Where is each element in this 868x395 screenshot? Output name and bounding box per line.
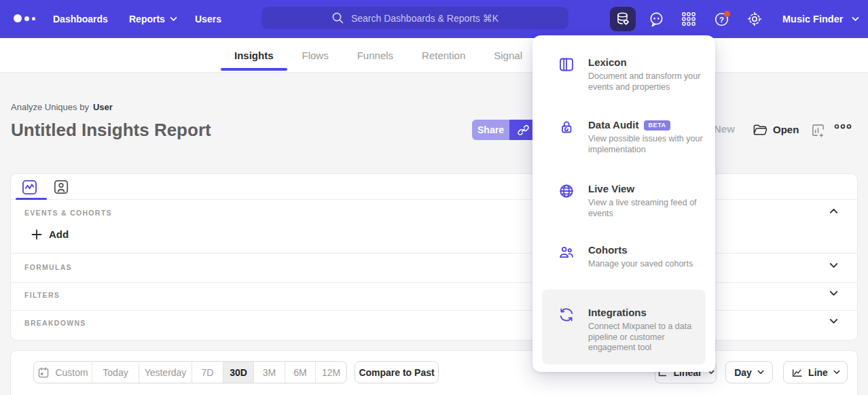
tab-label: Insights	[234, 50, 274, 61]
interval-label: Day	[734, 367, 752, 378]
collapse-section-button[interactable]	[829, 208, 838, 214]
range-label: 12M	[322, 367, 340, 378]
breadcrumb: Analyze Uniques byUser	[11, 102, 113, 112]
tab-signal[interactable]: Signal	[494, 38, 522, 73]
range-label: 3M	[263, 367, 276, 378]
logo-dot	[14, 14, 22, 22]
tab-insights[interactable]: Insights	[234, 38, 274, 73]
chevron-down-icon	[170, 16, 177, 22]
range-6m[interactable]: 6M	[285, 362, 316, 383]
range-7d[interactable]: 7D	[192, 362, 223, 383]
chevron-down-icon	[829, 318, 838, 324]
menu-item-integrations[interactable]: Integrations Connect Mixpanel to a data …	[532, 306, 715, 354]
apps-grid-icon	[681, 11, 697, 27]
view-tab-row	[11, 174, 857, 200]
menu-item-live-view[interactable]: Live View View a live streaming feed of …	[532, 182, 715, 219]
expand-section-button[interactable]	[829, 262, 838, 269]
menu-item-text: Data Audit BETA View possible issues wit…	[588, 118, 705, 155]
new-report-button[interactable]: New	[714, 123, 735, 135]
project-switcher[interactable]: Music Finder	[782, 0, 859, 38]
search-input[interactable]: Search Dashboards & Reports ⌘K	[261, 7, 568, 29]
range-custom[interactable]: Custom	[34, 362, 92, 383]
tab-flows[interactable]: Flows	[302, 38, 329, 73]
expand-section-button[interactable]	[829, 318, 838, 324]
menu-item-description: View possible issues with your implement…	[588, 134, 705, 155]
menu-item-title: Cohorts	[588, 243, 628, 257]
chevron-down-icon	[829, 262, 838, 269]
logo-dot	[24, 16, 29, 21]
copy-link-icon	[517, 124, 530, 137]
menu-item-lexicon[interactable]: Lexicon Document and transform your even…	[532, 56, 715, 92]
mixpanel-logo[interactable]	[14, 14, 35, 22]
report-tabs: Insights Flows Funnels Retention Signal …	[234, 38, 581, 73]
tab-label: Signal	[494, 50, 522, 61]
messages-button[interactable]	[643, 7, 669, 31]
range-yesterday[interactable]: Yesterday	[139, 362, 192, 383]
insights-view-tab[interactable]	[20, 177, 39, 196]
data-management-button[interactable]	[610, 7, 636, 31]
help-button[interactable]: ?	[708, 7, 734, 31]
add-to-dashboard-button[interactable]	[811, 123, 825, 137]
range-label: Today	[103, 367, 128, 378]
chevron-down-icon	[852, 16, 859, 22]
settings-button[interactable]	[742, 7, 767, 31]
chevron-down-icon	[833, 370, 840, 375]
svg-text:?: ?	[719, 15, 723, 23]
data-audit-lock-icon	[558, 119, 575, 135]
share-button[interactable]: Share	[472, 120, 509, 140]
tab-retention[interactable]: Retention	[422, 38, 465, 73]
range-3m[interactable]: 3M	[254, 362, 285, 383]
menu-item-text: Lexicon Document and transform your even…	[588, 56, 705, 92]
breadcrumb-entity[interactable]: User	[93, 102, 113, 112]
new-label: New	[714, 123, 735, 135]
data-management-dropdown: Lexicon Document and transform your even…	[532, 35, 715, 372]
menu-item-cohorts[interactable]: Cohorts Manage your saved cohorts	[532, 243, 715, 270]
menu-item-data-audit[interactable]: Data Audit BETA View possible issues wit…	[532, 118, 715, 155]
menu-item-title: Data Audit	[588, 118, 638, 132]
profiles-view-tab[interactable]	[52, 177, 71, 196]
more-options-button[interactable]	[834, 123, 852, 130]
range-today[interactable]: Today	[92, 362, 139, 383]
cohorts-users-icon	[558, 244, 575, 260]
date-range-control: Custom Today Yesterday 7D 30D 3M 6M 12M	[33, 361, 347, 383]
section-formulas[interactable]: FORMULAS	[24, 263, 72, 271]
share-button-group: Share	[472, 120, 537, 140]
nav-item-users[interactable]: Users	[195, 0, 221, 38]
nav-item-dashboards[interactable]: Dashboards	[53, 0, 108, 38]
active-view-tab-underline	[16, 198, 47, 200]
chevron-down-icon	[829, 290, 838, 296]
section-filters[interactable]: FILTERS	[24, 291, 60, 299]
range-label: Yesterday	[145, 367, 187, 378]
range-label: 30D	[230, 367, 247, 378]
more-dots-icon	[834, 123, 852, 130]
tab-label: Funnels	[357, 50, 393, 61]
page-title[interactable]: Untitled Insights Report	[11, 120, 211, 141]
settings-gear-icon	[746, 11, 763, 27]
menu-item-title: Integrations	[588, 306, 647, 320]
compare-to-past-button[interactable]: Compare to Past	[355, 361, 439, 383]
interval-select[interactable]: Day	[725, 361, 773, 383]
logo-dot	[32, 17, 35, 20]
top-nav: Dashboards Reports Users Search Dashboar…	[0, 0, 868, 38]
expand-section-button[interactable]	[829, 290, 838, 296]
menu-item-description: Manage your saved cohorts	[588, 259, 705, 270]
menu-item-description: View a live streaming feed of events	[588, 198, 705, 219]
folder-icon	[753, 123, 767, 136]
tab-funnels[interactable]: Funnels	[357, 38, 393, 73]
range-12m[interactable]: 12M	[316, 362, 346, 383]
chart-type-label: Line	[808, 367, 828, 378]
add-event-button[interactable]: Add	[31, 228, 69, 240]
open-report-button[interactable]: Open	[753, 123, 799, 136]
apps-grid-button[interactable]	[676, 7, 702, 31]
plus-icon	[31, 229, 42, 240]
nav-item-reports[interactable]: Reports	[129, 0, 177, 38]
section-breakdowns[interactable]: BREAKDOWNS	[24, 319, 86, 327]
integrations-sync-icon	[558, 307, 575, 323]
range-30d[interactable]: 30D	[223, 362, 254, 383]
divider	[11, 253, 857, 254]
tab-label: Retention	[422, 50, 465, 61]
nav-item-label: Users	[195, 14, 221, 24]
section-events-cohorts[interactable]: EVENTS & COHORTS	[24, 209, 112, 217]
range-label: 6M	[293, 367, 306, 378]
chart-type-select[interactable]: Line	[783, 361, 848, 383]
